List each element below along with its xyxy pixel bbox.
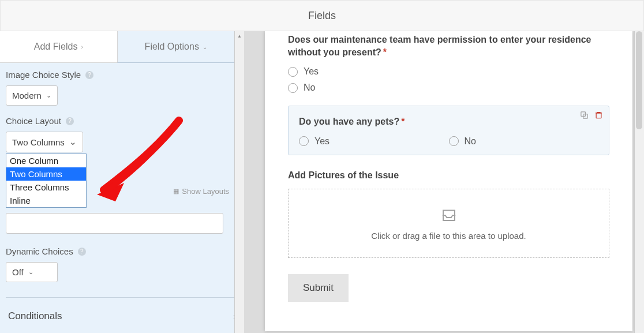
form-card: Does our maintenance team have permissio… (265, 31, 632, 331)
chevron-right-icon: › (81, 44, 83, 50)
preview-scrollbar[interactable] (634, 31, 644, 333)
file-upload-dropzone[interactable]: Click or drag a file to this area to upl… (288, 189, 609, 258)
radio-icon (299, 136, 309, 146)
submit-button[interactable]: Submit (288, 274, 349, 302)
form-preview-area: Does our maintenance team have permissio… (244, 31, 644, 333)
selected-field-pets[interactable]: Do you have any pets?* Yes No (288, 106, 609, 155)
inbox-icon (439, 206, 459, 225)
tab-add-fields[interactable]: Add Fields › (0, 31, 117, 63)
question-pets-label: Do you have any pets?* (299, 115, 598, 128)
scroll-up-icon[interactable]: ▲ (235, 31, 244, 41)
choice-layout-option[interactable]: Three Columns (6, 181, 86, 194)
help-icon[interactable]: ? (78, 248, 86, 256)
radio-icon (449, 136, 459, 146)
choice-layout-label: Choice Layout ? (6, 116, 238, 126)
duplicate-icon[interactable] (580, 111, 589, 121)
choice-layout-selected[interactable]: Two Columns ⌄ (6, 132, 83, 152)
radio-option[interactable]: Yes (299, 136, 449, 147)
image-choice-style-select[interactable]: Modern ⌄ (6, 85, 58, 106)
scroll-thumb[interactable] (636, 31, 642, 129)
chevron-down-icon: ⌄ (28, 268, 33, 276)
help-icon[interactable]: ? (66, 117, 74, 125)
question-permission-label: Does our maintenance team have permissio… (288, 33, 609, 58)
dynamic-choices-label: Dynamic Choices ? (6, 246, 238, 256)
fields-sidebar: ▲ Add Fields › Field Options ⌄ Image Cho… (0, 31, 244, 333)
required-indicator: * (401, 117, 405, 126)
choice-layout-dropdown[interactable]: One Column Two Columns Three Columns Inl… (6, 154, 87, 208)
choice-layout-select[interactable]: Two Columns ⌄ One Column Two Columns Thr… (6, 132, 83, 152)
trash-icon[interactable] (594, 111, 603, 121)
choice-layout-option[interactable]: Two Columns (6, 167, 86, 181)
upload-label: Add Pictures of the Issue (288, 170, 609, 181)
radio-icon (288, 83, 298, 93)
show-layouts-link[interactable]: ▦ Show Layouts (173, 187, 229, 196)
radio-option[interactable]: Yes (288, 66, 609, 77)
tab-field-options-label: Field Options (145, 42, 199, 52)
chevron-down-icon: ⌄ (203, 44, 207, 50)
image-choice-style-label: Image Choice Style ? (6, 70, 238, 80)
help-icon[interactable]: ? (85, 71, 93, 79)
page-header: Fields (0, 0, 644, 31)
page-title: Fields (308, 10, 336, 22)
conditionals-section[interactable]: Conditionals › (0, 298, 244, 333)
radio-option[interactable]: No (288, 83, 609, 93)
choice-layout-option[interactable]: Inline (6, 194, 86, 207)
radio-icon (288, 67, 298, 77)
svg-rect-2 (596, 113, 601, 118)
sidebar-scrollbar[interactable]: ▲ (234, 31, 244, 333)
css-classes-input[interactable] (6, 213, 223, 234)
grid-icon: ▦ (173, 188, 178, 195)
chevron-down-icon: ⌄ (46, 92, 51, 99)
radio-option[interactable]: No (449, 136, 599, 147)
tab-add-fields-label: Add Fields (34, 42, 78, 52)
upload-hint: Click or drag a file to this area to upl… (371, 231, 526, 241)
tab-field-options[interactable]: Field Options ⌄ (117, 31, 235, 63)
choice-layout-option[interactable]: One Column (6, 154, 86, 167)
chevron-down-icon: ⌄ (69, 137, 77, 147)
required-indicator: * (383, 47, 387, 57)
dynamic-choices-select[interactable]: Off ⌄ (6, 262, 58, 282)
